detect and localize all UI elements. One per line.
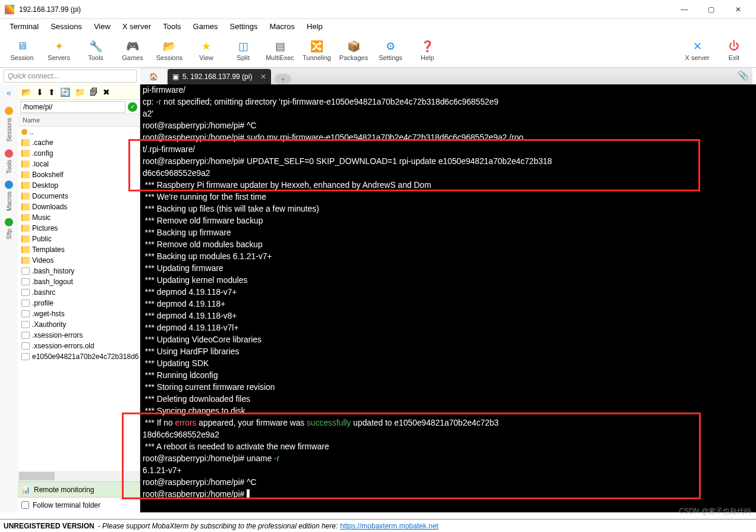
rail-label: Tools	[6, 160, 12, 174]
split-button[interactable]: ◫Split	[225, 34, 262, 67]
filelist-header[interactable]: Name	[18, 114, 140, 127]
exit-icon: ⏻	[727, 40, 741, 53]
menu-macros[interactable]: Macros	[264, 21, 302, 32]
window-title: 192.168.137.99 (pi)	[19, 5, 671, 14]
collapse-icon[interactable]: «	[7, 88, 11, 97]
file-row[interactable]: .xsession-errors	[18, 330, 140, 341]
file-row[interactable]: .local	[18, 159, 140, 169]
minimize-button[interactable]: —	[671, 1, 698, 18]
toolbar-label: Servers	[48, 54, 70, 61]
terminal-area[interactable]: pi-firmware/cp: -r not specified; omitti…	[140, 84, 756, 512]
file-row[interactable]: Documents	[18, 191, 140, 202]
folder-icon	[21, 235, 30, 243]
tools-icon: 🔧	[89, 40, 102, 53]
sessions-button[interactable]: 📂Sessions	[151, 34, 188, 67]
clip-icon[interactable]: 📎	[738, 70, 749, 81]
menu-games[interactable]: Games	[188, 21, 225, 32]
packages-button[interactable]: 📦Packages	[335, 34, 372, 67]
file-row[interactable]: .config	[18, 148, 140, 159]
titlebar: 192.168.137.99 (pi) — ▢ ✕	[0, 0, 756, 19]
folder-icon	[21, 150, 30, 157]
split-icon: ◫	[237, 40, 250, 53]
tab-new[interactable]: ＋	[275, 74, 291, 84]
sftp-toolbar-icon-3[interactable]: 🔄	[60, 87, 70, 97]
file-row[interactable]: .profile	[18, 298, 140, 309]
games-button[interactable]: 🎮Games	[114, 34, 151, 67]
rail-sftp[interactable]: Sftp	[5, 215, 13, 243]
close-button[interactable]: ✕	[724, 1, 751, 18]
sftp-panel: 📂⬇⬆🔄📁🗐✖ ✓ Name ...cache.config.localBook…	[18, 84, 140, 512]
file-row[interactable]: Public	[18, 234, 140, 244]
servers-button[interactable]: ✦Servers	[40, 34, 77, 67]
help-button[interactable]: ❓Help	[409, 34, 446, 67]
menu-terminal[interactable]: Terminal	[5, 21, 46, 32]
view-button[interactable]: ★View	[188, 34, 225, 67]
file-row[interactable]: e1050e94821a70b2e4c72b318d6	[18, 351, 140, 362]
file-row[interactable]: Pictures	[18, 223, 140, 234]
sftp-filelist[interactable]: Name ...cache.config.localBookshelfDeskt…	[18, 114, 140, 471]
file-row[interactable]: Downloads	[18, 202, 140, 212]
file-row[interactable]: Videos	[18, 255, 140, 266]
toolbar-label: Games	[122, 54, 143, 61]
watermark: CSDN @索子也敲代码	[679, 506, 751, 517]
file-name: Music	[32, 213, 51, 222]
session-button[interactable]: 🖥Session	[4, 34, 40, 67]
tab-home[interactable]: 🏠	[140, 69, 166, 84]
menu-tools[interactable]: Tools	[158, 21, 188, 32]
file-row[interactable]: Music	[18, 212, 140, 223]
rail-icon	[5, 149, 13, 158]
file-row[interactable]: .bash_history	[18, 266, 140, 276]
view-icon: ★	[200, 40, 213, 53]
sftp-toolbar-icon-0[interactable]: 📂	[21, 87, 32, 97]
rail-tools[interactable]: Tools	[5, 146, 13, 177]
x-server-button[interactable]: ✕X server	[679, 34, 716, 67]
tab-close-icon[interactable]: ✕	[260, 73, 266, 81]
toolbar-label: Sessions	[156, 54, 183, 61]
sftp-toolbar-icon-5[interactable]: 🗐	[90, 87, 98, 97]
file-name: .xsession-errors	[32, 331, 83, 339]
rail-macros[interactable]: Macros	[5, 177, 13, 215]
sftp-toolbar-icon-6[interactable]: ✖	[103, 87, 110, 97]
follow-folder-option[interactable]: Follow terminal folder	[18, 497, 140, 512]
file-row[interactable]: .wget-hsts	[18, 309, 140, 319]
tab-label: 5. 192.168.137.99 (pi)	[182, 73, 252, 81]
maximize-button[interactable]: ▢	[698, 1, 724, 18]
folder-icon	[21, 214, 30, 221]
rail-label: Macros	[6, 191, 12, 211]
sftp-toolbar-icon-1[interactable]: ⬇	[36, 87, 43, 97]
multiexec-button[interactable]: ▤MultiExec	[262, 34, 298, 67]
terminal-output[interactable]: pi-firmware/cp: -r not specified; omitti…	[140, 84, 756, 500]
file-row[interactable]: .Xauthority	[18, 319, 140, 330]
quickconnect-input[interactable]: Quick connect...	[4, 70, 137, 83]
file-row[interactable]: Desktop	[18, 180, 140, 191]
file-row[interactable]: ..	[18, 127, 140, 137]
tunneling-button[interactable]: 🔀Tunneling	[298, 34, 335, 67]
sftp-toolbar-icon-2[interactable]: ⬆	[48, 87, 55, 97]
status-link[interactable]: https://mobaxterm.mobatek.net	[340, 522, 438, 530]
toolbar-label: Split	[237, 54, 249, 61]
menu-settings[interactable]: Settings	[225, 21, 265, 32]
tools-button[interactable]: 🔧Tools	[77, 34, 114, 67]
menu-sessions[interactable]: Sessions	[46, 21, 89, 32]
file-row[interactable]: Templates	[18, 244, 140, 255]
file-row[interactable]: .cache	[18, 137, 140, 148]
follow-checkbox[interactable]	[21, 501, 29, 509]
remote-monitoring-button[interactable]: 📊 Remote monitoring	[18, 481, 140, 497]
file-row[interactable]: .xsession-errors.old	[18, 341, 140, 351]
menubar: TerminalSessionsViewX serverToolsGamesSe…	[0, 19, 756, 33]
sftp-path-input[interactable]	[20, 101, 125, 113]
file-row[interactable]: .bash_logout	[18, 276, 140, 287]
file-name: Downloads	[32, 203, 67, 211]
sftp-hscroll[interactable]	[18, 471, 140, 481]
tab-5. 192.168.137.99 (pi)[interactable]: ▣5. 192.168.137.99 (pi)✕	[168, 69, 271, 84]
file-icon	[21, 267, 30, 275]
menu-view[interactable]: View	[89, 21, 118, 32]
exit-button[interactable]: ⏻Exit	[716, 34, 752, 67]
settings-button[interactable]: ⚙Settings	[372, 34, 409, 67]
menu-x-server[interactable]: X server	[118, 21, 158, 32]
rail-sessions[interactable]: Sessions	[5, 103, 13, 146]
sftp-toolbar-icon-4[interactable]: 📁	[75, 87, 85, 97]
menu-help[interactable]: Help	[302, 21, 330, 32]
file-row[interactable]: Bookshelf	[18, 169, 140, 180]
file-row[interactable]: .bashrc	[18, 287, 140, 298]
